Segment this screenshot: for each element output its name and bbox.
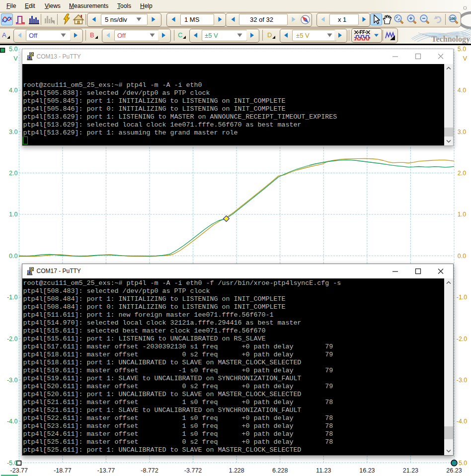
- svg-text:-23.77: -23.77: [10, 467, 28, 474]
- svg-text:V: V: [13, 55, 18, 62]
- svg-text:V: V: [463, 55, 468, 62]
- svg-text:2.0: 2.0: [9, 170, 17, 177]
- svg-text:2.0: 2.0: [458, 170, 466, 177]
- svg-text:0.0: 0.0: [9, 253, 17, 260]
- svg-text:3.0: 3.0: [458, 129, 466, 136]
- svg-text:6.228: 6.228: [272, 467, 288, 474]
- svg-text:5.0: 5.0: [458, 46, 466, 53]
- svg-text:26.23: 26.23: [446, 467, 462, 474]
- svg-text:-18.77: -18.77: [54, 467, 71, 474]
- svg-text:21.23: 21.23: [403, 467, 418, 474]
- svg-text:5.0: 5.0: [9, 46, 17, 53]
- svg-text:1.228: 1.228: [229, 467, 244, 474]
- svg-text:-3.0: -3.0: [7, 377, 18, 384]
- svg-text:1.0: 1.0: [458, 211, 466, 218]
- svg-text:-3.772: -3.772: [184, 467, 202, 474]
- svg-text:1.0: 1.0: [9, 211, 17, 218]
- svg-text:-13.77: -13.77: [97, 467, 115, 474]
- svg-text:-5.0: -5.0: [457, 460, 468, 467]
- svg-text:-2.0: -2.0: [457, 336, 468, 342]
- svg-text:0.0: 0.0: [458, 253, 466, 260]
- svg-text:-8.772: -8.772: [141, 467, 158, 474]
- svg-text:-2.0: -2.0: [7, 336, 18, 342]
- svg-text:4.0: 4.0: [458, 87, 466, 94]
- svg-text:-1.0: -1.0: [7, 294, 18, 301]
- svg-text:-3.0: -3.0: [457, 377, 468, 384]
- svg-text:-4.0: -4.0: [457, 418, 468, 425]
- svg-text:3.0: 3.0: [9, 129, 17, 136]
- svg-text:16.23: 16.23: [359, 467, 375, 474]
- svg-text:11.23: 11.23: [316, 467, 331, 474]
- svg-text:-5.0: -5.0: [7, 460, 18, 467]
- svg-text:-4.0: -4.0: [7, 418, 18, 425]
- svg-text:4.0: 4.0: [9, 87, 17, 94]
- svg-text:-1.0: -1.0: [457, 294, 468, 301]
